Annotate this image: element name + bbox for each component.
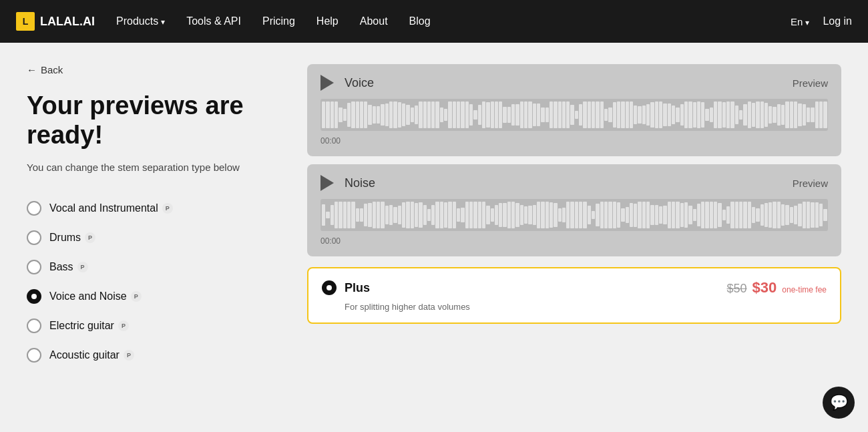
pro-badge: P	[162, 203, 173, 214]
page-title: Your previews are ready!	[27, 91, 280, 150]
pricing-radio	[322, 280, 337, 295]
price-type: one-time fee	[782, 285, 827, 294]
chevron-down-icon	[161, 15, 165, 27]
radio-voice-noise	[27, 289, 41, 304]
logo-icon: L	[16, 12, 35, 31]
page-subtitle: You can change the stem separation type …	[27, 160, 280, 176]
pro-badge: P	[124, 350, 134, 361]
audio-title-noise: Noise	[345, 176, 793, 190]
chat-icon: 💬	[830, 394, 848, 411]
nav-products[interactable]: Products	[116, 15, 165, 27]
price-current: $30	[752, 279, 777, 296]
pro-badge: P	[131, 291, 142, 302]
pricing-card[interactable]: Plus $50 $30 one-time fee For splitting …	[307, 267, 841, 324]
audio-card-header-voice: Voice Preview	[320, 75, 828, 91]
audio-time-voice: 00:00	[320, 136, 828, 146]
audio-card-noise: Noise Preview 00:00	[307, 164, 841, 256]
language-selector[interactable]: En	[791, 16, 809, 27]
price-original: $50	[727, 282, 747, 296]
pro-badge: P	[118, 320, 129, 331]
left-panel: ← Back Your previews are ready! You can …	[27, 64, 280, 411]
audio-time-noise: 00:00	[320, 236, 828, 246]
navigation: L LALAL.AI Products Tools & API Pricing …	[0, 0, 868, 43]
chevron-down-icon	[805, 16, 809, 27]
pricing-card-header: Plus $50 $30 one-time fee	[322, 279, 827, 296]
waveform-bars-voice	[320, 99, 828, 131]
pricing-name: Plus	[345, 281, 719, 295]
option-voice-noise[interactable]: Voice and Noise P	[27, 282, 280, 310]
right-panel: Voice Preview 00:00 Noise Preview 00:00	[307, 64, 841, 411]
radio-acoustic-guitar	[27, 348, 41, 363]
radio-dot	[31, 294, 37, 299]
logo[interactable]: L LALAL.AI	[16, 12, 95, 31]
stem-options-list: Vocal and Instrumental P Drums P Bass P	[27, 194, 280, 369]
nav-right: En Log in	[791, 15, 852, 27]
waveform-noise	[320, 199, 828, 231]
pro-badge: P	[77, 262, 88, 272]
arrow-left-icon: ←	[27, 64, 37, 75]
waveform-bars-noise	[320, 199, 828, 231]
audio-card-header-noise: Noise Preview	[320, 175, 828, 191]
nav-blog[interactable]: Blog	[409, 15, 431, 27]
pro-badge: P	[85, 232, 95, 243]
back-link[interactable]: ← Back	[27, 64, 280, 75]
chat-button[interactable]: 💬	[823, 387, 855, 419]
nav-tools-api[interactable]: Tools & API	[186, 15, 241, 27]
play-button-voice[interactable]	[320, 75, 334, 91]
audio-title-voice: Voice	[345, 76, 793, 90]
audio-card-voice: Voice Preview 00:00	[307, 64, 841, 156]
waveform-voice	[320, 99, 828, 131]
play-button-noise[interactable]	[320, 175, 334, 191]
page-content: ← Back Your previews are ready! You can …	[0, 43, 868, 432]
pricing-description: For splitting higher data volumes	[345, 302, 827, 312]
preview-label-noise: Preview	[793, 178, 828, 189]
nav-links: Products Tools & API Pricing Help About …	[116, 15, 769, 27]
pricing-prices: $50 $30 one-time fee	[727, 279, 827, 296]
logo-text: LALAL.AI	[40, 15, 95, 29]
radio-bass	[27, 260, 41, 274]
radio-dot	[327, 285, 332, 290]
preview-label-voice: Preview	[793, 77, 828, 89]
option-acoustic-guitar[interactable]: Acoustic guitar P	[27, 341, 280, 369]
nav-pricing[interactable]: Pricing	[262, 15, 295, 27]
option-bass[interactable]: Bass P	[27, 253, 280, 281]
nav-help[interactable]: Help	[316, 15, 339, 27]
option-vocal-instrumental[interactable]: Vocal and Instrumental P	[27, 194, 280, 222]
option-drums[interactable]: Drums P	[27, 224, 280, 252]
login-button[interactable]: Log in	[823, 15, 852, 27]
nav-about[interactable]: About	[360, 15, 388, 27]
radio-vocal-instrumental	[27, 201, 41, 216]
radio-drums	[27, 230, 41, 245]
option-electric-guitar[interactable]: Electric guitar P	[27, 312, 280, 340]
radio-electric-guitar	[27, 318, 41, 333]
